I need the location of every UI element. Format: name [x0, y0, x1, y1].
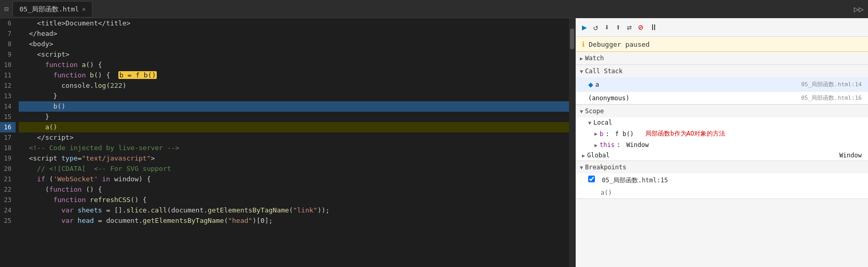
code-line-11[interactable]: function b() { b = f b(): [19, 70, 569, 81]
scope-b-value: f b(): [615, 130, 634, 138]
breakpoint-file-0: 05_局部函数.html:15: [602, 177, 668, 184]
line-number-21: 21: [0, 174, 16, 184]
step-button[interactable]: ⇄: [627, 22, 632, 32]
breakpoints-header[interactable]: ▼ Breakpoints: [576, 161, 868, 173]
call-stack-name-a: ◆ a: [588, 79, 599, 89]
scope-section: ▼ Scope ▼ Local ▶ b : f b() 局部函数b作为AO对象的…: [576, 105, 868, 161]
scope-triangle: ▼: [580, 109, 583, 114]
scope-local-b[interactable]: ▶ b : f b() 局部函数b作为AO对象的方法: [576, 128, 868, 140]
code-line-15[interactable]: }: [19, 112, 569, 122]
step-over-button[interactable]: ↺: [593, 22, 599, 32]
code-line-6[interactable]: <title>Document</title>: [19, 18, 569, 29]
breakpoint-checkbox-0[interactable]: [588, 176, 595, 182]
code-line-14[interactable]: b(): [19, 101, 569, 112]
b-triangle: ▶: [594, 131, 598, 137]
scope-header[interactable]: ▼ Scope: [576, 105, 868, 117]
scope-this-value: Window: [626, 141, 648, 149]
scope-local-header[interactable]: ▼ Local: [576, 117, 868, 128]
watch-section: ▶ Watch: [576, 52, 868, 65]
line-number-15: 15: [0, 112, 16, 122]
tab-label: 05_局部函数.html: [19, 5, 79, 14]
watch-section-header[interactable]: ▶ Watch: [576, 52, 868, 64]
code-line-22[interactable]: (function () {: [19, 184, 569, 195]
debugger-paused-banner: ℹ Debugger paused: [576, 37, 868, 52]
tab-close-button[interactable]: ×: [82, 6, 86, 13]
code-line-13[interactable]: }: [19, 91, 569, 101]
code-line-12[interactable]: console.log(222): [19, 81, 569, 91]
local-triangle: ▼: [588, 120, 591, 126]
scope-content: ▼ Local ▶ b : f b() 局部函数b作为AO对象的方法 ▶ thi…: [576, 117, 868, 161]
editor-tab[interactable]: 05_局部函数.html ×: [12, 1, 92, 17]
line-number-25: 25: [0, 216, 16, 226]
call-stack-item-anonymous[interactable]: (anonymous) 05_局部函数.html:16: [576, 92, 868, 104]
breakpoint-item-0: 05_局部函数.html:15: [576, 173, 868, 187]
breakpoint-code-0: a(): [576, 187, 868, 198]
code-line-24[interactable]: var sheets = [].slice.call(document.getE…: [19, 205, 569, 216]
editor-toolbar: ▷▷: [854, 4, 864, 14]
debugger-toolbar: ▶ ↺ ⬇ ⬆ ⇄ ⊘ ⏸: [576, 18, 868, 37]
line-number-17: 17: [0, 132, 16, 143]
step-out-button[interactable]: ⬆: [616, 22, 621, 32]
scope-global-row[interactable]: ▶ Global Window: [576, 150, 868, 161]
code-line-8[interactable]: <body>: [19, 39, 569, 49]
scrollbar[interactable]: [569, 18, 575, 267]
pause-button[interactable]: ⏸: [649, 22, 658, 32]
code-line-18[interactable]: <!-- Code injected by live-server -->: [19, 143, 569, 153]
resume-button[interactable]: ▶: [582, 22, 587, 32]
line-number-18: 18: [0, 143, 16, 153]
code-line-19[interactable]: <script type="text/javascript">: [19, 153, 569, 164]
scope-this-colon: :: [617, 141, 624, 149]
scope-this-key: this: [600, 141, 615, 149]
call-stack-label: Call Stack: [585, 68, 622, 75]
debugger-paused-text: Debugger paused: [589, 41, 649, 48]
code-line-17[interactable]: </script>: [19, 132, 569, 143]
line-number-6: 6: [0, 18, 16, 29]
scope-label: Scope: [585, 108, 604, 115]
step-into-button[interactable]: ⬇: [604, 22, 609, 32]
record-button[interactable]: ⊘: [638, 22, 643, 32]
call-stack-triangle: ▼: [580, 69, 583, 74]
call-stack-item-a[interactable]: ◆ a 05_局部函数.html:14: [576, 77, 868, 92]
scrollbar-thumb[interactable]: [570, 29, 574, 49]
code-line-9[interactable]: <script>: [19, 49, 569, 60]
line-number-10: 10: [0, 60, 16, 70]
line-number-8: 8: [0, 39, 16, 49]
debugger-panel: ▶ ↺ ⬇ ⬆ ⇄ ⊘ ⏸ ℹ Debugger paused ▶ Watch …: [576, 18, 868, 267]
code-content[interactable]: <title>Document</title> </head> <body> <…: [19, 18, 569, 267]
line-number-19: 19: [0, 153, 16, 164]
code-line-25[interactable]: var head = document.getElementsByTagName…: [19, 216, 569, 226]
call-stack-fn-a: a: [595, 81, 599, 88]
code-line-20[interactable]: // <![CDATA[ <-- For SVG support: [19, 164, 569, 174]
line-number-23: 23: [0, 195, 16, 205]
line-numbers: 678910111213141516171819202122232425: [0, 18, 19, 267]
call-stack-fn-anonymous: (anonymous): [588, 95, 629, 102]
code-line-23[interactable]: function refreshCSS() {: [19, 195, 569, 205]
call-stack-content: ◆ a 05_局部函数.html:14 (anonymous) 05_局部函数.…: [576, 77, 868, 104]
scope-local-this[interactable]: ▶ this : Window: [576, 140, 868, 150]
active-frame-icon: ◆: [588, 79, 593, 89]
call-stack-header[interactable]: ▼ Call Stack: [576, 65, 868, 77]
line-number-9: 9: [0, 49, 16, 60]
line-number-7: 7: [0, 29, 16, 39]
code-lines: 678910111213141516171819202122232425 <ti…: [0, 18, 575, 267]
line-number-12: 12: [0, 81, 16, 91]
split-editor-icon[interactable]: ▷▷: [854, 4, 864, 14]
watch-triangle: ▶: [580, 56, 583, 61]
tab-bar: ⊟ 05_局部函数.html × ▷▷: [0, 0, 868, 18]
code-line-16[interactable]: a(): [19, 122, 569, 132]
editor-panel: 678910111213141516171819202122232425 <ti…: [0, 18, 576, 267]
line-number-13: 13: [0, 91, 16, 101]
call-stack-loc-a: 05_局部函数.html:14: [801, 81, 862, 88]
line-number-14: 14: [0, 101, 16, 112]
breakpoints-content: 05_局部函数.html:15 a(): [576, 173, 868, 198]
line-number-22: 22: [0, 184, 16, 195]
breakpoints-section: ▼ Breakpoints 05_局部函数.html:15 a(): [576, 161, 868, 199]
watch-label: Watch: [585, 55, 604, 62]
code-line-21[interactable]: if ('WebSocket' in window) {: [19, 174, 569, 184]
code-line-10[interactable]: function a() {: [19, 60, 569, 70]
call-stack-name-anonymous: (anonymous): [588, 95, 629, 102]
breakpoints-label: Breakpoints: [585, 164, 626, 171]
scope-global-label: Global: [587, 152, 609, 159]
code-line-7[interactable]: </head>: [19, 29, 569, 39]
panel-icon[interactable]: ⊟: [4, 5, 8, 13]
